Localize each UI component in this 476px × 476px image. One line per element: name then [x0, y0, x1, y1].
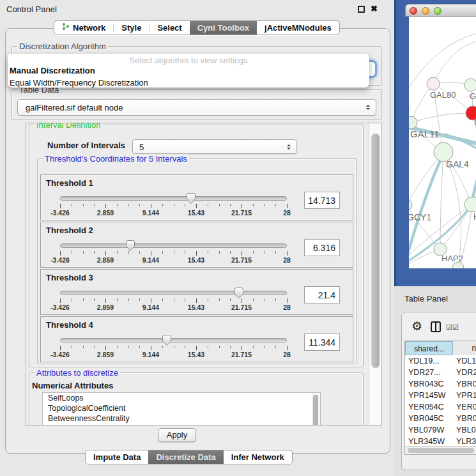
tick-mark [105, 204, 106, 208]
tab-network[interactable]: Network [54, 21, 113, 35]
tab-label: Cyni Toolbox [197, 21, 249, 35]
tab-label: Network [73, 21, 105, 35]
number-of-intervals-combobox[interactable]: 5 [132, 139, 297, 154]
slider-thumb[interactable] [125, 240, 135, 252]
vertical-scrollbar[interactable] [369, 123, 381, 425]
control-panel-title: Control Panel [6, 4, 57, 14]
table-row[interactable]: YPR145WYPR1 [405, 390, 476, 401]
tick-mark [105, 298, 106, 303]
combo-stepper-icon [366, 103, 370, 112]
tick-mark [265, 298, 265, 301]
checkbox-icon: ☑ [452, 323, 459, 331]
cell-shared-name: YDL19... [405, 355, 453, 367]
table-row[interactable]: YDL19...YDL1 [405, 355, 476, 367]
close-icon[interactable]: ✖ [371, 4, 378, 13]
slider-track[interactable] [60, 338, 287, 342]
attributes-group: Attributes to discretize Numerical Attri… [29, 372, 364, 426]
tick-mark [162, 204, 163, 206]
slider-thumb[interactable] [234, 287, 244, 299]
tab-select[interactable]: Select [150, 21, 189, 35]
tick-mark [128, 298, 129, 301]
column-header[interactable]: name [453, 341, 476, 355]
table-row[interactable]: YBR043CYBR0 [405, 378, 476, 390]
slider-track[interactable] [60, 243, 287, 248]
tick-label: -3.426 [50, 351, 70, 358]
tick-label: 21.715 [231, 303, 252, 311]
tick-mark [72, 346, 72, 348]
attributes-list-scrollbar[interactable] [312, 394, 319, 426]
slider-track[interactable] [60, 196, 287, 201]
tab-impute-data[interactable]: Impute Data [86, 450, 148, 464]
list-item[interactable]: SelfLoops [43, 393, 320, 403]
apply-button[interactable]: Apply [158, 428, 196, 442]
column-header[interactable]: shared... [405, 341, 453, 355]
bottom-tabs: Impute DataDiscretize DataInfer Network [85, 450, 293, 464]
tab-style[interactable]: Style [114, 21, 149, 35]
tick-mark [230, 346, 231, 348]
node-table[interactable]: shared...name YDL19...YDL1YDR27...YDR2YB… [404, 341, 476, 455]
network-edge[interactable] [411, 113, 473, 123]
attr-items: SelfLoopsTopologicalCoefficientBetweenne… [43, 393, 320, 424]
cell-shared-name: YBR045C [405, 413, 453, 424]
popup-option-manual[interactable]: Manual Discretization [8, 65, 369, 77]
tab-cyni-toolbox[interactable]: Cyni Toolbox [190, 21, 257, 35]
vertical-scrollbar-thumb[interactable] [371, 134, 380, 368]
gear-icon[interactable]: ⚙ [411, 319, 422, 334]
node-label: H [473, 211, 476, 222]
network-node[interactable] [427, 77, 440, 90]
tick-mark [287, 204, 288, 208]
tick-mark [242, 204, 242, 208]
tick-mark [94, 298, 95, 301]
slider-thumb[interactable] [162, 334, 172, 346]
tick-label: 28 [283, 209, 291, 217]
network-window-titlebar[interactable] [405, 4, 476, 17]
threshold-value-field[interactable]: 11.344 [304, 334, 340, 351]
attributes-scrollbar-thumb[interactable] [313, 395, 318, 426]
select-columns-icons[interactable]: ☑☑ [446, 323, 459, 332]
table-data-combobox[interactable]: galFiltered.sif default node [17, 99, 376, 116]
threshold-panel: Threshold 3-3.4262.8599.14415.4321.71528… [40, 269, 353, 315]
slider-tick-labels: -3.4262.8599.14415.4321.71528 [60, 209, 287, 217]
table-row[interactable]: YBR045CYBR0 [405, 413, 476, 424]
minimize-traffic-light-icon[interactable] [422, 7, 429, 15]
columns-icon[interactable] [431, 321, 441, 332]
threshold-value-field[interactable]: 14.713 [304, 192, 340, 209]
table-row[interactable]: YER054CYER0 [405, 401, 476, 413]
table-panel-section: Table Panel ⚙ ☑☑ shared...name YDL19...Y… [394, 286, 476, 476]
tab-infer-network[interactable]: Infer Network [224, 450, 292, 464]
network-node[interactable] [464, 79, 476, 91]
network-node[interactable] [409, 199, 412, 211]
tick-mark [72, 298, 72, 301]
slider-track[interactable] [60, 291, 287, 295]
network-edge[interactable] [433, 41, 476, 84]
horizontal-scrollbar[interactable] [405, 446, 476, 454]
tick-label: 2.859 [97, 256, 114, 264]
table-row[interactable]: YBL079WYBL0 [405, 424, 476, 436]
table-row[interactable]: YDR27...YDR2 [405, 367, 476, 378]
threshold-value-field[interactable]: 6.316 [304, 239, 340, 256]
tab-label: Impute Data [93, 450, 141, 464]
zoom-traffic-light-icon[interactable] [434, 7, 441, 15]
popup-option-equal-width[interactable]: Equal Width/Frequency Discretization [8, 77, 369, 89]
horizontal-scrollbar-thumb[interactable] [408, 448, 474, 453]
numerical-attributes-list[interactable]: SelfLoopsTopologicalCoefficientBetweenne… [42, 392, 321, 426]
threshold-value-field[interactable]: 21.4 [304, 286, 340, 303]
cell-name: YBR0 [453, 413, 476, 424]
network-icon [62, 21, 70, 35]
list-item[interactable]: TopologicalCoefficient [43, 403, 320, 413]
tick-mark [219, 251, 220, 254]
tick-mark [151, 346, 151, 350]
network-node[interactable] [464, 197, 476, 212]
tick-mark [196, 251, 197, 256]
tab-jactivemnodules[interactable]: jActiveMNodules [257, 21, 339, 35]
tab-discretize-data[interactable]: Discretize Data [148, 450, 223, 464]
close-traffic-light-icon[interactable] [410, 7, 417, 15]
float-window-icon[interactable] [358, 6, 365, 13]
slider-thumb[interactable] [186, 192, 196, 204]
tick-mark [196, 298, 197, 303]
list-item[interactable]: BetweennessCentrality [43, 413, 320, 424]
tick-mark [253, 251, 254, 254]
tick-mark [174, 298, 174, 301]
network-canvas[interactable]: GAL80GACGAL11GAL4GCY1HHAP2 [409, 17, 476, 268]
tick-mark [185, 298, 185, 301]
